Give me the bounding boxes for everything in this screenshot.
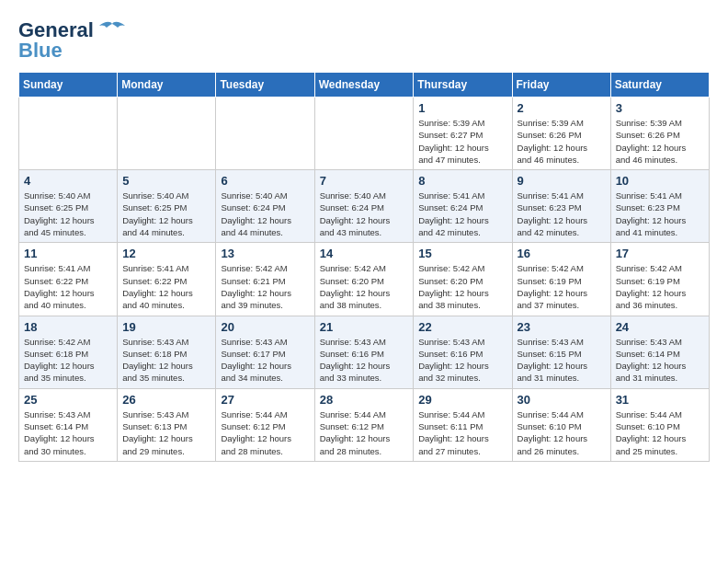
day-number: 6: [221, 174, 309, 188]
day-number: 23: [518, 320, 606, 334]
weekday-header-tuesday: Tuesday: [216, 73, 314, 98]
calendar-table: SundayMondayTuesdayWednesdayThursdayFrid…: [18, 72, 710, 462]
calendar-cell: 12Sunrise: 5:41 AM Sunset: 6:22 PM Dayli…: [118, 243, 216, 316]
calendar-cell: [19, 98, 118, 170]
day-number: 21: [320, 320, 409, 334]
calendar-cell: 28Sunrise: 5:44 AM Sunset: 6:12 PM Dayli…: [314, 388, 414, 461]
calendar-week-row: 11Sunrise: 5:41 AM Sunset: 6:22 PM Dayli…: [19, 243, 710, 316]
day-info: Sunrise: 5:44 AM Sunset: 6:12 PM Dayligh…: [320, 408, 409, 457]
calendar-week-row: 25Sunrise: 5:43 AM Sunset: 6:14 PM Dayli…: [19, 388, 710, 461]
calendar-cell: [216, 98, 314, 170]
logo: General Blue: [18, 18, 127, 63]
day-number: 10: [616, 174, 704, 188]
calendar-cell: 3Sunrise: 5:39 AM Sunset: 6:26 PM Daylig…: [610, 98, 709, 170]
calendar-cell: 11Sunrise: 5:41 AM Sunset: 6:22 PM Dayli…: [19, 243, 118, 316]
day-info: Sunrise: 5:39 AM Sunset: 6:26 PM Dayligh…: [616, 117, 704, 166]
calendar-cell: 26Sunrise: 5:43 AM Sunset: 6:13 PM Dayli…: [118, 388, 216, 461]
calendar-cell: 29Sunrise: 5:44 AM Sunset: 6:11 PM Dayli…: [414, 388, 512, 461]
day-info: Sunrise: 5:42 AM Sunset: 6:20 PM Dayligh…: [418, 262, 506, 311]
day-number: 1: [418, 101, 506, 115]
day-number: 22: [418, 320, 506, 334]
logo-bird-icon: [97, 20, 127, 40]
calendar-cell: 6Sunrise: 5:40 AM Sunset: 6:24 PM Daylig…: [216, 170, 314, 243]
day-info: Sunrise: 5:44 AM Sunset: 6:11 PM Dayligh…: [418, 408, 506, 457]
day-number: 14: [320, 247, 409, 260]
calendar-cell: 23Sunrise: 5:43 AM Sunset: 6:15 PM Dayli…: [512, 316, 610, 388]
day-number: 28: [320, 393, 409, 407]
calendar-cell: 15Sunrise: 5:42 AM Sunset: 6:20 PM Dayli…: [414, 243, 512, 316]
day-info: Sunrise: 5:40 AM Sunset: 6:25 PM Dayligh…: [122, 190, 210, 238]
day-number: 4: [24, 174, 112, 188]
calendar-cell: 13Sunrise: 5:42 AM Sunset: 6:21 PM Dayli…: [216, 243, 314, 316]
calendar-cell: 24Sunrise: 5:43 AM Sunset: 6:14 PM Dayli…: [610, 316, 709, 388]
day-info: Sunrise: 5:41 AM Sunset: 6:23 PM Dayligh…: [518, 190, 606, 238]
day-info: Sunrise: 5:42 AM Sunset: 6:20 PM Dayligh…: [320, 262, 409, 311]
day-info: Sunrise: 5:40 AM Sunset: 6:24 PM Dayligh…: [320, 190, 409, 238]
day-number: 8: [418, 174, 506, 188]
day-info: Sunrise: 5:44 AM Sunset: 6:10 PM Dayligh…: [616, 408, 704, 457]
calendar-cell: 19Sunrise: 5:43 AM Sunset: 6:18 PM Dayli…: [118, 316, 216, 388]
day-number: 31: [616, 393, 704, 407]
calendar-cell: 10Sunrise: 5:41 AM Sunset: 6:23 PM Dayli…: [610, 170, 709, 243]
day-info: Sunrise: 5:39 AM Sunset: 6:26 PM Dayligh…: [518, 117, 606, 166]
day-number: 5: [122, 174, 210, 188]
weekday-header-sunday: Sunday: [19, 73, 118, 98]
day-number: 17: [616, 247, 704, 260]
page-header: General Blue: [18, 18, 710, 63]
day-number: 2: [518, 101, 606, 115]
calendar-header-row: SundayMondayTuesdayWednesdayThursdayFrid…: [19, 73, 710, 98]
weekday-header-saturday: Saturday: [610, 73, 709, 98]
day-info: Sunrise: 5:41 AM Sunset: 6:24 PM Dayligh…: [418, 190, 506, 238]
weekday-header-thursday: Thursday: [414, 73, 512, 98]
calendar-cell: 17Sunrise: 5:42 AM Sunset: 6:19 PM Dayli…: [610, 243, 709, 316]
day-number: 26: [122, 393, 210, 407]
day-info: Sunrise: 5:42 AM Sunset: 6:19 PM Dayligh…: [518, 262, 606, 311]
calendar-week-row: 1Sunrise: 5:39 AM Sunset: 6:27 PM Daylig…: [19, 98, 710, 170]
day-info: Sunrise: 5:43 AM Sunset: 6:15 PM Dayligh…: [518, 336, 606, 385]
day-number: 11: [24, 247, 112, 260]
day-number: 20: [221, 320, 309, 334]
calendar-cell: 30Sunrise: 5:44 AM Sunset: 6:10 PM Dayli…: [512, 388, 610, 461]
day-info: Sunrise: 5:39 AM Sunset: 6:27 PM Dayligh…: [418, 117, 506, 166]
calendar-cell: 31Sunrise: 5:44 AM Sunset: 6:10 PM Dayli…: [610, 388, 709, 461]
day-info: Sunrise: 5:43 AM Sunset: 6:16 PM Dayligh…: [320, 336, 409, 385]
day-number: 29: [418, 393, 506, 407]
day-info: Sunrise: 5:42 AM Sunset: 6:19 PM Dayligh…: [616, 262, 704, 311]
day-number: 12: [122, 247, 210, 260]
calendar-cell: 14Sunrise: 5:42 AM Sunset: 6:20 PM Dayli…: [314, 243, 414, 316]
day-info: Sunrise: 5:40 AM Sunset: 6:25 PM Dayligh…: [24, 190, 112, 238]
day-number: 9: [518, 174, 606, 188]
day-number: 27: [221, 393, 309, 407]
calendar-cell: [314, 98, 414, 170]
day-info: Sunrise: 5:41 AM Sunset: 6:22 PM Dayligh…: [24, 262, 112, 311]
calendar-cell: 9Sunrise: 5:41 AM Sunset: 6:23 PM Daylig…: [512, 170, 610, 243]
calendar-cell: 25Sunrise: 5:43 AM Sunset: 6:14 PM Dayli…: [19, 388, 118, 461]
calendar-cell: 1Sunrise: 5:39 AM Sunset: 6:27 PM Daylig…: [414, 98, 512, 170]
day-info: Sunrise: 5:42 AM Sunset: 6:18 PM Dayligh…: [24, 336, 112, 385]
weekday-header-monday: Monday: [118, 73, 216, 98]
calendar-cell: 20Sunrise: 5:43 AM Sunset: 6:17 PM Dayli…: [216, 316, 314, 388]
calendar-week-row: 18Sunrise: 5:42 AM Sunset: 6:18 PM Dayli…: [19, 316, 710, 388]
calendar-cell: 8Sunrise: 5:41 AM Sunset: 6:24 PM Daylig…: [414, 170, 512, 243]
calendar-cell: 18Sunrise: 5:42 AM Sunset: 6:18 PM Dayli…: [19, 316, 118, 388]
day-info: Sunrise: 5:44 AM Sunset: 6:10 PM Dayligh…: [518, 408, 606, 457]
day-number: 18: [24, 320, 112, 334]
day-number: 19: [122, 320, 210, 334]
weekday-header-friday: Friday: [512, 73, 610, 98]
calendar-cell: 7Sunrise: 5:40 AM Sunset: 6:24 PM Daylig…: [314, 170, 414, 243]
day-info: Sunrise: 5:43 AM Sunset: 6:14 PM Dayligh…: [24, 408, 112, 457]
day-info: Sunrise: 5:41 AM Sunset: 6:23 PM Dayligh…: [616, 190, 704, 238]
day-info: Sunrise: 5:40 AM Sunset: 6:24 PM Dayligh…: [221, 190, 309, 238]
weekday-header-wednesday: Wednesday: [314, 73, 414, 98]
logo-blue: Blue: [18, 39, 63, 63]
calendar-week-row: 4Sunrise: 5:40 AM Sunset: 6:25 PM Daylig…: [19, 170, 710, 243]
day-info: Sunrise: 5:43 AM Sunset: 6:13 PM Dayligh…: [122, 408, 210, 457]
calendar-cell: 22Sunrise: 5:43 AM Sunset: 6:16 PM Dayli…: [414, 316, 512, 388]
calendar-cell: 4Sunrise: 5:40 AM Sunset: 6:25 PM Daylig…: [19, 170, 118, 243]
calendar-cell: [118, 98, 216, 170]
day-info: Sunrise: 5:43 AM Sunset: 6:17 PM Dayligh…: [221, 336, 309, 385]
day-info: Sunrise: 5:43 AM Sunset: 6:18 PM Dayligh…: [122, 336, 210, 385]
calendar-cell: 5Sunrise: 5:40 AM Sunset: 6:25 PM Daylig…: [118, 170, 216, 243]
day-number: 30: [518, 393, 606, 407]
day-info: Sunrise: 5:44 AM Sunset: 6:12 PM Dayligh…: [221, 408, 309, 457]
